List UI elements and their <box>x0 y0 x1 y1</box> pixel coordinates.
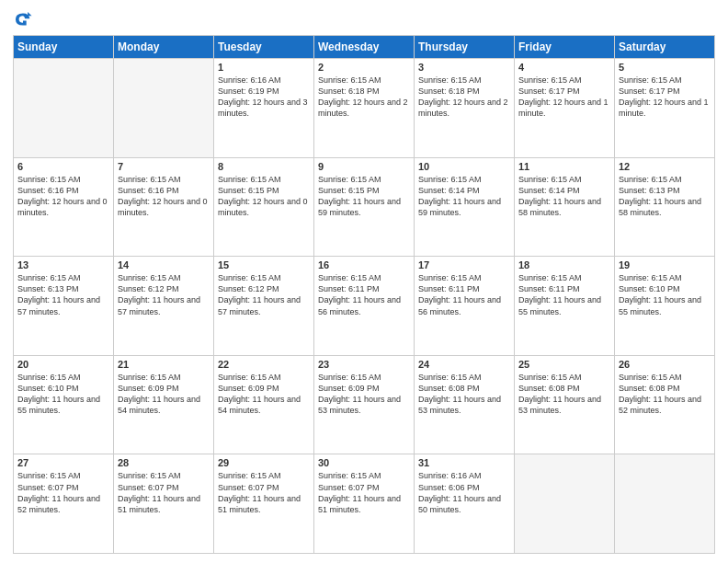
calendar-week-row: 13Sunrise: 6:15 AM Sunset: 6:13 PM Dayli… <box>14 257 715 356</box>
day-number: 22 <box>218 359 310 370</box>
day-number: 9 <box>318 161 410 172</box>
calendar-cell: 28Sunrise: 6:15 AM Sunset: 6:07 PM Dayli… <box>114 454 214 554</box>
calendar-cell: 22Sunrise: 6:15 AM Sunset: 6:09 PM Dayli… <box>214 355 314 454</box>
calendar-cell: 23Sunrise: 6:15 AM Sunset: 6:09 PM Dayli… <box>314 355 415 454</box>
day-detail: Sunrise: 6:15 AM Sunset: 6:07 PM Dayligh… <box>218 470 310 515</box>
day-detail: Sunrise: 6:16 AM Sunset: 6:19 PM Dayligh… <box>218 75 310 120</box>
calendar-week-row: 20Sunrise: 6:15 AM Sunset: 6:10 PM Dayli… <box>14 355 715 454</box>
day-number: 14 <box>118 259 210 270</box>
calendar-cell: 12Sunrise: 6:15 AM Sunset: 6:13 PM Dayli… <box>615 157 715 257</box>
calendar-cell: 8Sunrise: 6:15 AM Sunset: 6:15 PM Daylig… <box>214 157 314 257</box>
day-detail: Sunrise: 6:15 AM Sunset: 6:13 PM Dayligh… <box>619 174 711 219</box>
day-detail: Sunrise: 6:15 AM Sunset: 6:12 PM Dayligh… <box>118 272 210 317</box>
column-header-tuesday: Tuesday <box>214 36 314 59</box>
day-detail: Sunrise: 6:16 AM Sunset: 6:06 PM Dayligh… <box>418 470 510 515</box>
calendar-cell: 9Sunrise: 6:15 AM Sunset: 6:15 PM Daylig… <box>314 157 415 257</box>
day-detail: Sunrise: 6:15 AM Sunset: 6:08 PM Dayligh… <box>619 372 711 417</box>
calendar-cell: 2Sunrise: 6:15 AM Sunset: 6:18 PM Daylig… <box>314 59 415 158</box>
day-number: 31 <box>418 457 510 468</box>
day-detail: Sunrise: 6:15 AM Sunset: 6:18 PM Dayligh… <box>318 75 410 120</box>
day-number: 23 <box>318 359 410 370</box>
day-number: 29 <box>218 457 310 468</box>
calendar-cell: 25Sunrise: 6:15 AM Sunset: 6:08 PM Dayli… <box>515 355 615 454</box>
day-detail: Sunrise: 6:15 AM Sunset: 6:18 PM Dayligh… <box>418 75 510 120</box>
day-detail: Sunrise: 6:15 AM Sunset: 6:07 PM Dayligh… <box>318 470 410 515</box>
column-header-friday: Friday <box>515 36 615 59</box>
calendar-cell: 30Sunrise: 6:15 AM Sunset: 6:07 PM Dayli… <box>314 454 415 554</box>
day-number: 17 <box>418 259 510 270</box>
day-detail: Sunrise: 6:15 AM Sunset: 6:15 PM Dayligh… <box>318 174 410 219</box>
day-number: 7 <box>118 161 210 172</box>
calendar-week-row: 1Sunrise: 6:16 AM Sunset: 6:19 PM Daylig… <box>14 59 715 158</box>
calendar-cell: 18Sunrise: 6:15 AM Sunset: 6:11 PM Dayli… <box>515 257 615 356</box>
calendar-cell: 20Sunrise: 6:15 AM Sunset: 6:10 PM Dayli… <box>14 355 114 454</box>
day-detail: Sunrise: 6:15 AM Sunset: 6:15 PM Dayligh… <box>218 174 310 219</box>
calendar-header-row: SundayMondayTuesdayWednesdayThursdayFrid… <box>14 36 715 59</box>
day-detail: Sunrise: 6:15 AM Sunset: 6:11 PM Dayligh… <box>518 272 610 317</box>
calendar-week-row: 27Sunrise: 6:15 AM Sunset: 6:07 PM Dayli… <box>14 454 715 554</box>
day-number: 11 <box>518 161 610 172</box>
day-detail: Sunrise: 6:15 AM Sunset: 6:13 PM Dayligh… <box>17 272 109 317</box>
main-container: SundayMondayTuesdayWednesdayThursdayFrid… <box>0 0 728 563</box>
calendar-cell: 10Sunrise: 6:15 AM Sunset: 6:14 PM Dayli… <box>415 157 515 257</box>
calendar-cell: 14Sunrise: 6:15 AM Sunset: 6:12 PM Dayli… <box>114 257 214 356</box>
day-number: 19 <box>619 259 711 270</box>
calendar-cell: 7Sunrise: 6:15 AM Sunset: 6:16 PM Daylig… <box>114 157 214 257</box>
calendar-cell <box>615 454 715 554</box>
calendar-cell <box>515 454 615 554</box>
day-number: 18 <box>518 259 610 270</box>
day-number: 2 <box>318 62 410 73</box>
calendar-cell: 17Sunrise: 6:15 AM Sunset: 6:11 PM Dayli… <box>415 257 515 356</box>
calendar-cell: 6Sunrise: 6:15 AM Sunset: 6:16 PM Daylig… <box>14 157 114 257</box>
day-number: 27 <box>17 457 109 468</box>
day-number: 30 <box>318 457 410 468</box>
calendar-cell: 31Sunrise: 6:16 AM Sunset: 6:06 PM Dayli… <box>415 454 515 554</box>
calendar-cell: 29Sunrise: 6:15 AM Sunset: 6:07 PM Dayli… <box>214 454 314 554</box>
column-header-thursday: Thursday <box>415 36 515 59</box>
day-detail: Sunrise: 6:15 AM Sunset: 6:17 PM Dayligh… <box>518 75 610 120</box>
day-detail: Sunrise: 6:15 AM Sunset: 6:12 PM Dayligh… <box>218 272 310 317</box>
day-number: 21 <box>118 359 210 370</box>
day-number: 8 <box>218 161 310 172</box>
calendar-cell <box>114 59 214 158</box>
day-number: 4 <box>518 62 610 73</box>
day-detail: Sunrise: 6:15 AM Sunset: 6:16 PM Dayligh… <box>118 174 210 219</box>
day-number: 24 <box>418 359 510 370</box>
calendar-cell: 24Sunrise: 6:15 AM Sunset: 6:08 PM Dayli… <box>415 355 515 454</box>
calendar-cell: 1Sunrise: 6:16 AM Sunset: 6:19 PM Daylig… <box>214 59 314 158</box>
column-header-monday: Monday <box>114 36 214 59</box>
column-header-wednesday: Wednesday <box>314 36 415 59</box>
day-number: 26 <box>619 359 711 370</box>
calendar-cell <box>14 59 114 158</box>
day-detail: Sunrise: 6:15 AM Sunset: 6:11 PM Dayligh… <box>418 272 510 317</box>
calendar-cell: 27Sunrise: 6:15 AM Sunset: 6:07 PM Dayli… <box>14 454 114 554</box>
calendar-cell: 19Sunrise: 6:15 AM Sunset: 6:10 PM Dayli… <box>615 257 715 356</box>
day-number: 28 <box>118 457 210 468</box>
logo-text <box>13 9 37 29</box>
day-detail: Sunrise: 6:15 AM Sunset: 6:14 PM Dayligh… <box>518 174 610 219</box>
day-number: 3 <box>418 62 510 73</box>
calendar-cell: 21Sunrise: 6:15 AM Sunset: 6:09 PM Dayli… <box>114 355 214 454</box>
calendar-cell: 13Sunrise: 6:15 AM Sunset: 6:13 PM Dayli… <box>14 257 114 356</box>
day-number: 20 <box>17 359 109 370</box>
day-number: 25 <box>518 359 610 370</box>
calendar-cell: 26Sunrise: 6:15 AM Sunset: 6:08 PM Dayli… <box>615 355 715 454</box>
day-number: 6 <box>17 161 109 172</box>
calendar-cell: 4Sunrise: 6:15 AM Sunset: 6:17 PM Daylig… <box>515 59 615 158</box>
day-number: 15 <box>218 259 310 270</box>
svg-marker-0 <box>28 12 31 16</box>
day-number: 16 <box>318 259 410 270</box>
calendar-table: SundayMondayTuesdayWednesdayThursdayFrid… <box>13 35 715 554</box>
logo <box>13 9 37 29</box>
day-number: 12 <box>619 161 711 172</box>
day-detail: Sunrise: 6:15 AM Sunset: 6:14 PM Dayligh… <box>418 174 510 219</box>
calendar-cell: 5Sunrise: 6:15 AM Sunset: 6:17 PM Daylig… <box>615 59 715 158</box>
day-detail: Sunrise: 6:15 AM Sunset: 6:16 PM Dayligh… <box>17 174 109 219</box>
day-detail: Sunrise: 6:15 AM Sunset: 6:07 PM Dayligh… <box>118 470 210 515</box>
day-detail: Sunrise: 6:15 AM Sunset: 6:09 PM Dayligh… <box>218 372 310 417</box>
column-header-saturday: Saturday <box>615 36 715 59</box>
calendar-cell: 16Sunrise: 6:15 AM Sunset: 6:11 PM Dayli… <box>314 257 415 356</box>
day-detail: Sunrise: 6:15 AM Sunset: 6:11 PM Dayligh… <box>318 272 410 317</box>
day-detail: Sunrise: 6:15 AM Sunset: 6:17 PM Dayligh… <box>619 75 711 120</box>
day-detail: Sunrise: 6:15 AM Sunset: 6:09 PM Dayligh… <box>318 372 410 417</box>
